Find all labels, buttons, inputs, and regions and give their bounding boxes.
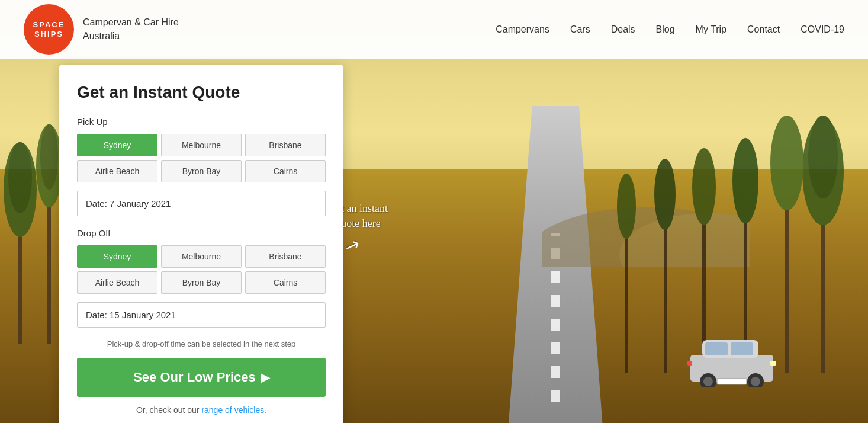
nav-covid[interactable]: COVID-19 (801, 24, 844, 35)
svg-point-38 (751, 377, 760, 386)
logo-text: SPACE SHIPS (33, 20, 65, 39)
dropoff-sydney[interactable]: Sydney (77, 245, 157, 268)
pickup-section: Pick Up Sydney Melbourne Brisbane Airlie… (77, 117, 326, 216)
pickup-label: Pick Up (77, 117, 326, 127)
svg-rect-33 (705, 342, 728, 355)
nav-blog[interactable]: Blog (656, 24, 675, 35)
logo-icon[interactable]: SPACE SHIPS (24, 4, 74, 55)
svg-rect-41 (717, 379, 747, 384)
dropoff-date-prefix: Date: (86, 310, 107, 320)
pickup-sydney[interactable]: Sydney (77, 134, 157, 156)
svg-rect-19 (785, 190, 789, 373)
svg-point-22 (732, 138, 758, 223)
dropoff-label: Drop Off (77, 228, 326, 238)
nav-links: Campervans Cars Deals Blog My Trip Conta… (496, 24, 844, 35)
svg-point-20 (770, 116, 803, 210)
svg-point-28 (617, 174, 636, 239)
svg-point-24 (692, 148, 716, 225)
dropoff-location-grid: Sydney Melbourne Brisbane Airlie Beach B… (77, 245, 326, 294)
nav-cars[interactable]: Cars (570, 24, 590, 35)
dropoff-airlie-beach[interactable]: Airlie Beach (77, 271, 157, 294)
cta-label: See Our Low Prices (133, 370, 256, 385)
dropoff-section: Drop Off Sydney Melbourne Brisbane Airli… (77, 228, 326, 328)
vehicle-link-prefix: Or, check out our (136, 405, 200, 415)
svg-rect-40 (687, 361, 692, 366)
svg-rect-39 (770, 361, 776, 366)
svg-point-18 (808, 116, 838, 198)
vehicle-link-text: Or, check out our range of vehicles. (77, 405, 326, 415)
svg-point-5 (40, 124, 58, 190)
time-note: Pick-up & drop-off time can be selected … (77, 339, 326, 348)
pickup-location-grid: Sydney Melbourne Brisbane Airlie Beach B… (77, 134, 326, 182)
pickup-brisbane[interactable]: Brisbane (245, 134, 326, 156)
pickup-airlie-beach[interactable]: Airlie Beach (77, 160, 157, 182)
pickup-melbourne[interactable]: Melbourne (161, 134, 242, 156)
navbar: SPACE SHIPS Campervan & Car Hire Austral… (0, 0, 868, 59)
dropoff-melbourne[interactable]: Melbourne (161, 245, 242, 268)
dropoff-byron-bay[interactable]: Byron Bay (161, 271, 242, 294)
nav-my-trip[interactable]: My Trip (696, 24, 726, 35)
dropoff-date-field[interactable]: Date: 15 January 2021 (77, 302, 326, 328)
dropoff-cairns[interactable]: Cairns (245, 271, 326, 294)
logo-tagline: Campervan & Car Hire Australia (83, 16, 179, 43)
nav-deals[interactable]: Deals (611, 24, 635, 35)
svg-rect-25 (664, 219, 667, 373)
svg-point-26 (654, 159, 676, 230)
trees-right-svg (572, 47, 868, 373)
pickup-cairns[interactable]: Cairns (245, 160, 326, 182)
svg-rect-3 (47, 196, 51, 344)
pickup-date-prefix: Date: (86, 198, 107, 209)
form-title: Get an Instant Quote (77, 83, 326, 102)
pickup-byron-bay[interactable]: Byron Bay (161, 160, 242, 182)
pickup-date-value: 7 January 2021 (110, 198, 171, 209)
pickup-date-field[interactable]: Date: 7 January 2021 (77, 191, 326, 216)
cta-arrow-icon: ▶ (261, 370, 269, 384)
logo-container: SPACE SHIPS Campervan & Car Hire Austral… (24, 4, 179, 55)
nav-contact[interactable]: Contact (747, 24, 780, 35)
quote-form: Get an Instant Quote Pick Up Sydney Melb… (59, 65, 343, 423)
vehicle-link[interactable]: range of vehicles. (201, 405, 266, 415)
svg-point-2 (8, 142, 32, 213)
svg-rect-27 (625, 231, 628, 373)
svg-rect-16 (821, 201, 825, 373)
nav-campervans[interactable]: Campervans (496, 24, 549, 35)
svg-rect-34 (731, 342, 753, 355)
car-svg (684, 328, 779, 387)
dropoff-date-value: 15 January 2021 (110, 310, 176, 320)
see-prices-button[interactable]: See Our Low Prices ▶ (77, 358, 326, 397)
dropoff-brisbane[interactable]: Brisbane (245, 245, 326, 268)
svg-point-36 (703, 377, 713, 386)
